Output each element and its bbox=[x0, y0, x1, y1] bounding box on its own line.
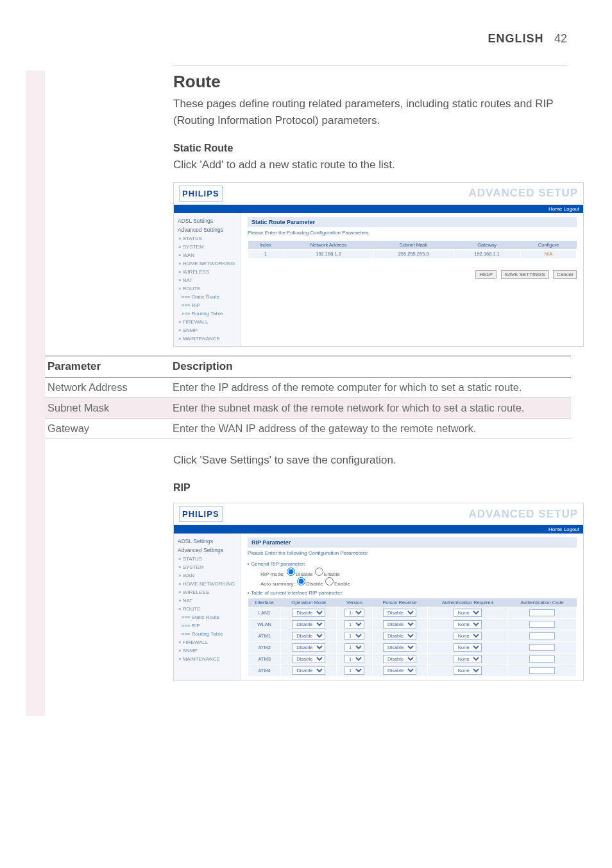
table-heading: Table of current interface RIP parameter… bbox=[248, 590, 577, 596]
menu-nat: » NAT bbox=[174, 276, 241, 284]
screenshot-static-route: PHILIPS ADVANCED SETUP Home Logout ADSL … bbox=[173, 182, 584, 347]
operation-mode-select[interactable]: Disable bbox=[292, 643, 325, 652]
poison-reverse-select[interactable]: Disable bbox=[383, 632, 416, 640]
menu-rip: »»» RIP bbox=[174, 301, 241, 309]
auth-required-select[interactable]: None bbox=[454, 666, 482, 675]
version-select[interactable]: 1 bbox=[344, 632, 364, 640]
col-parameter: Parameter bbox=[45, 356, 170, 377]
disable-label: Disable bbox=[306, 581, 323, 587]
auth-required-select[interactable]: None bbox=[454, 632, 482, 640]
static-route-intro: Click 'Add' to add a new static route to… bbox=[173, 157, 567, 173]
auto-summary-label: Auto summary: bbox=[260, 581, 295, 587]
auth-code-input[interactable] bbox=[529, 632, 555, 639]
table-row: ATM3 Disable 1 Disable None bbox=[248, 654, 577, 665]
sidebar-adsl-settings: ADSL Settings bbox=[174, 216, 241, 225]
menu-home-networking: » HOME NETWORKING bbox=[174, 580, 241, 588]
table-row: 1 192.168.1.2 255.255.255.0 192.168.1.1 … bbox=[248, 249, 577, 258]
col-interface: Interface bbox=[248, 598, 281, 607]
screenshot-sidebar: ADSL Settings Advanced Settings » STATUS… bbox=[174, 213, 241, 346]
cancel-button[interactable]: Cancel bbox=[553, 270, 577, 279]
cell-network-address: 192.168.1.2 bbox=[283, 249, 373, 258]
operation-mode-select[interactable]: Disable bbox=[292, 655, 325, 663]
menu-snmp: » SNMP bbox=[174, 647, 241, 655]
menu-system: » SYSTEM bbox=[174, 243, 241, 251]
rip-mode-disable-radio[interactable] bbox=[287, 568, 295, 576]
auth-required-select[interactable]: None bbox=[454, 609, 482, 617]
menu-static-route: »»» Static Route bbox=[174, 613, 241, 621]
version-select[interactable]: 1 bbox=[344, 643, 364, 652]
operation-mode-select[interactable]: Disable bbox=[292, 609, 325, 617]
help-button[interactable]: HELP bbox=[475, 270, 497, 279]
param-desc: Enter the IP address of the remote compu… bbox=[170, 377, 571, 397]
col-poison-reverse: Poison Reverse bbox=[372, 598, 427, 607]
poison-reverse-select[interactable]: Disable bbox=[383, 666, 416, 675]
page-number: 42 bbox=[554, 32, 567, 45]
parameter-description-table: Parameter Description Network Address En… bbox=[45, 356, 571, 439]
auth-required-select[interactable]: None bbox=[454, 643, 482, 652]
operation-mode-select[interactable]: Disable bbox=[292, 632, 325, 640]
left-decorative-stripe bbox=[26, 71, 45, 716]
auth-required-select[interactable]: None bbox=[454, 655, 482, 663]
cell-interface: ATM1 bbox=[248, 630, 281, 642]
rip-heading: RIP bbox=[173, 482, 567, 494]
col-index: Index bbox=[248, 241, 284, 250]
general-rip-heading: General RIP parameter: bbox=[248, 561, 577, 567]
col-operation-mode: Operation Mode bbox=[281, 598, 337, 607]
menu-maintenance: » MAINTENANCE bbox=[174, 334, 241, 343]
table-row: ATM1 Disable 1 Disable None bbox=[248, 630, 577, 642]
brand-title: ADVANCED SETUP bbox=[469, 187, 578, 200]
cell-interface: WLAN bbox=[248, 619, 281, 630]
param-name: Subnet Mask bbox=[45, 397, 170, 418]
version-select[interactable]: 1 bbox=[344, 666, 364, 675]
top-links-bar: Home Logout bbox=[174, 525, 583, 534]
rip-mode-label: RIP mode: bbox=[260, 571, 285, 577]
panel-title: Static Route Parameter bbox=[248, 217, 577, 227]
auto-disable-radio[interactable] bbox=[297, 577, 305, 586]
rip-mode-enable-radio[interactable] bbox=[315, 568, 323, 576]
version-select[interactable]: 1 bbox=[344, 609, 364, 617]
menu-nat: » NAT bbox=[174, 596, 241, 605]
col-auth-code: Authentication Code bbox=[507, 598, 576, 607]
table-row: ATM4 Disable 1 Disable None bbox=[248, 665, 577, 677]
param-desc: Enter the subnet mask of the remote netw… bbox=[170, 397, 571, 418]
auth-code-input[interactable] bbox=[529, 621, 555, 628]
auto-summary-line: Auto summary: Disable Enable bbox=[260, 577, 577, 587]
param-name: Network Address bbox=[45, 377, 170, 397]
poison-reverse-select[interactable]: Disable bbox=[383, 643, 416, 652]
menu-home-networking: » HOME NETWORKING bbox=[174, 259, 241, 268]
auth-code-input[interactable] bbox=[529, 644, 555, 651]
auto-enable-radio[interactable] bbox=[325, 577, 334, 586]
philips-logo: PHILIPS bbox=[179, 186, 223, 202]
menu-snmp: » SNMP bbox=[174, 326, 241, 334]
route-intro: These pages define routing related param… bbox=[173, 96, 567, 128]
panel-subtitle: Please Enter the following Configuration… bbox=[248, 550, 577, 556]
menu-static-route: »»» Static Route bbox=[174, 293, 241, 301]
auth-code-input[interactable] bbox=[529, 667, 555, 674]
col-network-address: Network Address bbox=[283, 241, 373, 250]
operation-mode-select[interactable]: Disable bbox=[292, 620, 325, 629]
poison-reverse-select[interactable]: Disable bbox=[383, 655, 416, 663]
param-name: Gateway bbox=[45, 418, 170, 438]
cell-interface: ATM4 bbox=[248, 665, 281, 677]
top-links-bar: Home Logout bbox=[174, 205, 583, 213]
save-settings-button[interactable]: SAVE SETTINGS bbox=[501, 270, 549, 279]
save-settings-text: Click 'Save Settings' to save the config… bbox=[173, 452, 567, 469]
menu-system: » SYSTEM bbox=[174, 563, 241, 571]
col-configure: Configure bbox=[521, 241, 577, 250]
version-select[interactable]: 1 bbox=[344, 620, 364, 629]
menu-maintenance: » MAINTENANCE bbox=[174, 655, 241, 663]
route-heading: Route bbox=[173, 65, 567, 92]
version-select[interactable]: 1 bbox=[344, 655, 364, 663]
poison-reverse-select[interactable]: Disable bbox=[383, 609, 416, 617]
col-version: Version bbox=[337, 598, 372, 607]
auth-code-input[interactable] bbox=[529, 655, 555, 663]
page-header: ENGLISH 42 bbox=[0, 32, 567, 65]
auth-code-input[interactable] bbox=[529, 609, 555, 616]
operation-mode-select[interactable]: Disable bbox=[292, 666, 325, 675]
menu-routing-table: »»» Routing Table bbox=[174, 309, 241, 318]
poison-reverse-select[interactable]: Disable bbox=[383, 620, 416, 629]
cell-configure: N/A bbox=[521, 249, 577, 258]
sidebar-advanced-settings: Advanced Settings bbox=[174, 546, 241, 555]
auth-required-select[interactable]: None bbox=[454, 620, 482, 629]
sidebar-advanced-settings: Advanced Settings bbox=[174, 225, 241, 234]
